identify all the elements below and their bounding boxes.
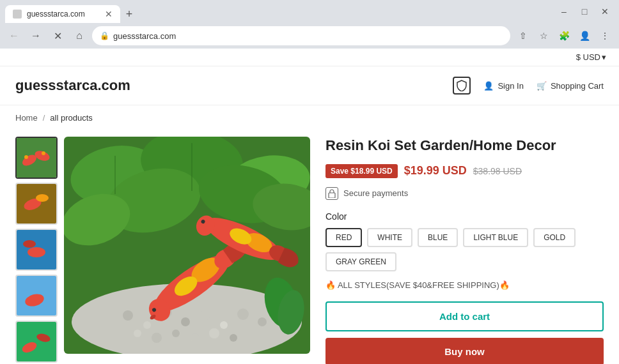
- svg-point-33: [237, 308, 249, 320]
- product-info: Resin Koi Set Garden/Home Decor Save $18…: [325, 137, 604, 364]
- tab-title: guessstarca.com: [27, 10, 100, 19]
- svg-point-27: [123, 310, 133, 321]
- svg-point-34: [258, 317, 267, 326]
- shopping-cart-button[interactable]: 🛒 Shopping Cart: [537, 81, 604, 91]
- currency-arrow: ▾: [602, 52, 606, 62]
- color-label: Color: [325, 211, 604, 222]
- address-bar[interactable]: 🔒 guessstarca.com: [92, 26, 510, 45]
- color-option-light-blue[interactable]: LIGHT BLUE: [463, 228, 528, 247]
- color-option-red[interactable]: RED: [325, 228, 362, 247]
- svg-point-40: [230, 334, 237, 342]
- menu-button[interactable]: ⋮: [596, 27, 614, 45]
- svg-rect-56: [329, 193, 335, 198]
- add-to-cart-button[interactable]: Add to cart: [325, 301, 604, 331]
- cart-icon: 🛒: [537, 81, 547, 91]
- currency-selector[interactable]: $ USD ▾: [576, 52, 606, 62]
- promo-text: 🔥 ALL STYLES(SAVE $40&FREE SHIPPING)🔥: [325, 280, 604, 290]
- main-product-image: [64, 137, 310, 354]
- lock-icon: 🔒: [100, 31, 109, 40]
- price-row: Save $18.99 USD $19.99 USD $38.98 USD: [325, 164, 604, 178]
- thumbnail-3-image: [17, 230, 56, 269]
- browser-tabs-row: guessstarca.com ✕ + – □ ✕: [0, 0, 619, 23]
- url-text: guessstarca.com: [113, 31, 503, 41]
- main-product-svg: [64, 137, 310, 354]
- svg-point-7: [36, 194, 49, 202]
- thumbnail-4[interactable]: [15, 275, 58, 317]
- bookmark-button[interactable]: ☆: [535, 27, 552, 45]
- lock-svg: [328, 189, 336, 198]
- current-price: $19.99 USD: [404, 164, 467, 178]
- buy-now-button[interactable]: Buy now: [325, 338, 604, 364]
- color-option-gray-green[interactable]: GRAY GREEN: [325, 252, 396, 271]
- home-button[interactable]: ⌂: [70, 27, 88, 45]
- original-price: $38.98 USD: [473, 166, 522, 176]
- color-option-white[interactable]: WHITE: [367, 228, 412, 247]
- reload-button[interactable]: ✕: [49, 27, 67, 45]
- thumbnail-list: [15, 137, 58, 364]
- svg-point-28: [143, 321, 151, 329]
- secure-lock-icon: [325, 187, 338, 200]
- secure-payments-row: Secure payments: [325, 187, 604, 200]
- save-badge: Save $18.99 USD: [325, 164, 398, 178]
- breadcrumb-separator: /: [43, 113, 45, 123]
- site-logo[interactable]: guessstarca.com: [15, 77, 130, 94]
- breadcrumb-home[interactable]: Home: [15, 113, 38, 123]
- svg-point-36: [152, 333, 162, 343]
- thumbnail-5[interactable]: [15, 321, 58, 363]
- color-option-gold[interactable]: GOLD: [533, 228, 576, 247]
- product-title: Resin Koi Set Garden/Home Decor: [325, 137, 604, 155]
- svg-rect-0: [17, 138, 56, 178]
- back-button[interactable]: ←: [5, 27, 23, 45]
- secure-payments-label: Secure payments: [343, 188, 408, 198]
- thumbnail-4-image: [17, 276, 56, 315]
- window-maximize-button[interactable]: □: [576, 3, 593, 20]
- browser-toolbar: ← → ✕ ⌂ 🔒 guessstarca.com ⇧ ☆ 🧩 👤 ⋮: [0, 23, 619, 49]
- shield-svg: [457, 80, 467, 91]
- svg-point-35: [134, 330, 141, 337]
- thumbnail-5-image: [17, 322, 56, 361]
- color-option-blue[interactable]: BLUE: [418, 228, 458, 247]
- currency-value: $ USD: [576, 52, 600, 62]
- active-tab[interactable]: guessstarca.com ✕: [5, 5, 120, 23]
- profile-button[interactable]: 👤: [576, 27, 593, 45]
- window-close-button[interactable]: ✕: [596, 3, 614, 20]
- share-button[interactable]: ⇧: [514, 27, 532, 45]
- forward-button[interactable]: →: [27, 27, 45, 45]
- svg-point-3: [24, 155, 28, 159]
- page-container: $ USD ▾ guessstarca.com 👤 Sign In 🛒 Shop…: [0, 49, 619, 364]
- svg-point-32: [220, 321, 228, 329]
- svg-point-10: [23, 240, 36, 248]
- browser-chrome: guessstarca.com ✕ + – □ ✕ ← → ✕ ⌂ 🔒 gues…: [0, 0, 619, 49]
- sign-in-button[interactable]: 👤 Sign In: [483, 81, 523, 91]
- svg-point-38: [191, 333, 200, 342]
- svg-point-4: [42, 151, 45, 155]
- window-minimize-button[interactable]: –: [555, 3, 573, 20]
- extension-button[interactable]: 🧩: [555, 27, 573, 45]
- browser-tabs: guessstarca.com ✕ +: [0, 0, 143, 23]
- thumbnail-2[interactable]: [15, 183, 58, 225]
- thumbnail-2-image: [17, 184, 56, 224]
- sign-in-label: Sign In: [498, 81, 523, 91]
- svg-point-30: [181, 317, 190, 326]
- breadcrumb: Home / all products: [0, 105, 619, 130]
- svg-point-9: [27, 247, 45, 257]
- tab-favicon: [13, 10, 22, 19]
- header-actions: 👤 Sign In 🛒 Shopping Cart: [453, 77, 604, 95]
- product-layout: Resin Koi Set Garden/Home Decor Save $18…: [0, 130, 619, 364]
- svg-rect-13: [17, 322, 56, 361]
- cart-label: Shopping Cart: [551, 81, 604, 91]
- svg-point-37: [172, 330, 180, 337]
- breadcrumb-current: all products: [50, 113, 92, 123]
- user-icon: 👤: [483, 81, 494, 91]
- new-tab-button[interactable]: +: [120, 5, 138, 23]
- svg-point-31: [200, 310, 210, 321]
- tab-close-button[interactable]: ✕: [105, 9, 113, 19]
- svg-point-39: [209, 328, 219, 338]
- color-options: RED WHITE BLUE LIGHT BLUE GOLD GRAY GREE…: [325, 228, 604, 271]
- site-header: guessstarca.com 👤 Sign In 🛒 Shopping Car…: [0, 66, 619, 105]
- top-bar: $ USD ▾: [0, 49, 619, 66]
- thumbnail-1[interactable]: [15, 137, 58, 179]
- thumbnail-1-image: [17, 138, 56, 178]
- toolbar-actions: ⇧ ☆ 🧩 👤 ⋮: [514, 27, 614, 45]
- thumbnail-3[interactable]: [15, 229, 58, 271]
